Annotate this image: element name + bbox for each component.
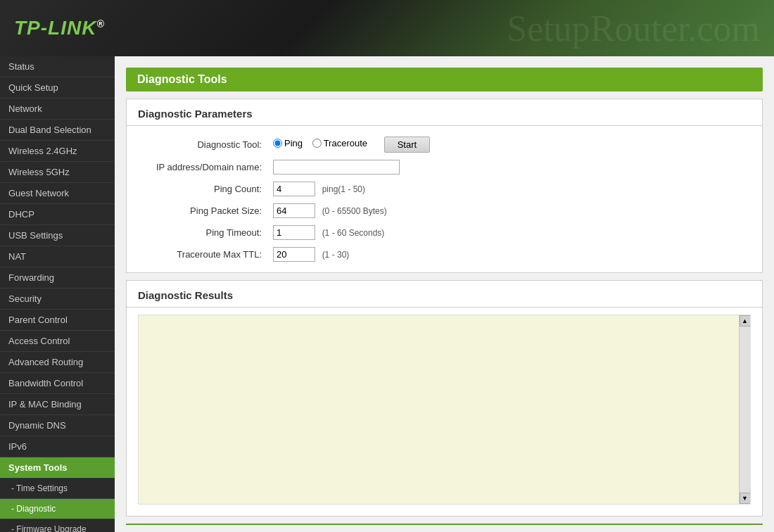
sidebar-item-dhcp[interactable]: DHCP bbox=[0, 204, 115, 225]
timeout-hint: (1 - 60 Seconds) bbox=[322, 228, 385, 238]
diagnostic-results-section: Diagnostic Results ▲ ▼ bbox=[126, 280, 763, 517]
logo: TP-LINK® bbox=[14, 17, 105, 39]
scroll-down-arrow[interactable]: ▼ bbox=[740, 493, 751, 504]
ttl-control: (1 - 30) bbox=[267, 243, 762, 265]
sidebar-item-status[interactable]: Status bbox=[0, 56, 115, 77]
sidebar-item-ipv6[interactable]: IPv6 bbox=[0, 436, 115, 457]
timeout-control: (1 - 60 Seconds) bbox=[267, 222, 762, 243]
ip-input[interactable] bbox=[273, 160, 400, 175]
sidebar-item-advanced-routing[interactable]: Advanced Routing bbox=[0, 352, 115, 373]
packet-hint: (0 - 65500 Bytes) bbox=[322, 206, 387, 216]
ip-control bbox=[267, 156, 762, 178]
sidebar-item-usb-settings[interactable]: USB Settings bbox=[0, 225, 115, 246]
sidebar-item-bandwidth-control[interactable]: Bandwidth Control bbox=[0, 373, 115, 394]
tool-controls: Ping Traceroute Start bbox=[267, 133, 762, 156]
packet-control: (0 - 65500 Bytes) bbox=[267, 200, 762, 222]
sidebar-item-quick-setup[interactable]: Quick Setup bbox=[0, 77, 115, 99]
sidebar-item-network[interactable]: Network bbox=[0, 99, 115, 120]
sidebar-item-diagnostic[interactable]: - Diagnostic bbox=[0, 499, 115, 519]
sidebar-item-system-tools[interactable]: System Tools bbox=[0, 457, 115, 479]
sidebar-item-forwarding[interactable]: Forwarding bbox=[0, 267, 115, 289]
timeout-input[interactable] bbox=[273, 225, 315, 240]
bottom-divider bbox=[126, 524, 763, 525]
sidebar: Status Quick Setup Network Dual Band Sel… bbox=[0, 56, 115, 532]
count-input[interactable] bbox=[273, 182, 315, 196]
count-hint: ping(1 - 50) bbox=[322, 184, 365, 194]
sidebar-item-guest-network[interactable]: Guest Network bbox=[0, 183, 115, 204]
start-button[interactable]: Start bbox=[384, 137, 430, 153]
results-scrollbar[interactable]: ▲ ▼ bbox=[739, 315, 750, 504]
params-section-title: Diagnostic Parameters bbox=[127, 99, 762, 125]
ttl-hint: (1 - 30) bbox=[322, 250, 350, 260]
sidebar-item-access-control[interactable]: Access Control bbox=[0, 331, 115, 352]
traceroute-radio-label[interactable]: Traceroute bbox=[312, 138, 367, 148]
sidebar-item-parent-control[interactable]: Parent Control bbox=[0, 310, 115, 331]
content-area: Diagnostic Tools Diagnostic Parameters D… bbox=[115, 56, 774, 532]
sidebar-item-wireless-24[interactable]: Wireless 2.4GHz bbox=[0, 141, 115, 162]
sidebar-item-ip-mac[interactable]: IP & MAC Binding bbox=[0, 394, 115, 415]
ping-radio-label[interactable]: Ping bbox=[273, 138, 303, 148]
results-title: Diagnostic Results bbox=[127, 281, 762, 307]
watermark: SetupRouter.com bbox=[507, 8, 760, 49]
sidebar-item-dynamic-dns[interactable]: Dynamic DNS bbox=[0, 415, 115, 436]
sidebar-item-firmware-upgrade[interactable]: - Firmware Upgrade bbox=[0, 519, 115, 532]
sidebar-item-wireless-5[interactable]: Wireless 5GHz bbox=[0, 162, 115, 183]
scroll-up-arrow[interactable]: ▲ bbox=[740, 315, 751, 327]
sidebar-item-nat[interactable]: NAT bbox=[0, 246, 115, 267]
ip-label: IP address/Domain name: bbox=[127, 156, 267, 178]
ttl-label: Traceroute Max TTL: bbox=[127, 243, 267, 265]
tool-label: Diagnostic Tool: bbox=[127, 133, 267, 156]
diagnostic-params-section: Diagnostic Parameters Diagnostic Tool: P… bbox=[126, 99, 763, 273]
count-label: Ping Count: bbox=[127, 178, 267, 200]
params-form-table: Diagnostic Tool: Ping Traceroute Start bbox=[127, 133, 762, 265]
packet-label: Ping Packet Size: bbox=[127, 200, 267, 222]
timeout-label: Ping Timeout: bbox=[127, 222, 267, 243]
ttl-input[interactable] bbox=[273, 247, 315, 262]
packet-input[interactable] bbox=[273, 203, 315, 218]
sidebar-item-time-settings[interactable]: - Time Settings bbox=[0, 479, 115, 499]
ping-label: Ping bbox=[284, 138, 303, 148]
header: TP-LINK® SetupRouter.com bbox=[0, 0, 774, 56]
page-title: Diagnostic Tools bbox=[126, 68, 763, 91]
traceroute-radio[interactable] bbox=[312, 139, 322, 148]
ping-radio[interactable] bbox=[273, 139, 282, 148]
sidebar-item-security[interactable]: Security bbox=[0, 289, 115, 310]
traceroute-label: Traceroute bbox=[324, 138, 367, 148]
sidebar-item-dual-band[interactable]: Dual Band Selection bbox=[0, 120, 115, 141]
count-control: ping(1 - 50) bbox=[267, 178, 762, 200]
results-area: ▲ ▼ bbox=[138, 315, 751, 505]
